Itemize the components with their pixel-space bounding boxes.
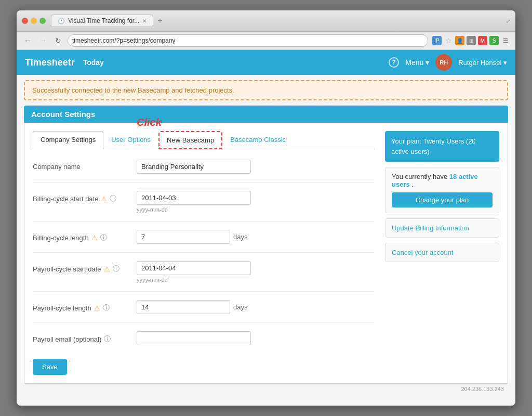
- settings-left: Click Company Settings User Options New …: [33, 131, 375, 375]
- tab-user-options[interactable]: User Options: [103, 131, 158, 149]
- notification-message: Successfully connected to the new Baseca…: [32, 86, 234, 94]
- payroll-start-input[interactable]: [137, 261, 251, 275]
- warning-icon-4: ⚠: [94, 304, 100, 312]
- company-name-label: Company name: [33, 160, 137, 171]
- app-content: Timesheetr Today ? Menu ▾ RH Rutger Hens…: [17, 50, 515, 406]
- info-icon-4: ⓘ: [103, 303, 110, 313]
- expand-icon: ⤢: [506, 18, 510, 24]
- window-controls: [22, 18, 46, 24]
- tab-title: Visual Time Tracking for...: [68, 17, 139, 24]
- star-icon[interactable]: ☆: [444, 36, 453, 45]
- change-plan-button[interactable]: Change your plan: [392, 192, 493, 207]
- back-button[interactable]: ←: [22, 35, 33, 46]
- click-annotation: Click: [137, 116, 162, 128]
- update-billing-link[interactable]: Update Billing Information: [392, 224, 469, 232]
- forward-button[interactable]: →: [37, 35, 49, 46]
- info-icon-2: ⓘ: [100, 233, 107, 242]
- minimize-button[interactable]: [31, 18, 37, 24]
- save-button[interactable]: Save: [33, 359, 67, 375]
- payroll-email-label: Payroll email (optional) ⓘ: [33, 331, 137, 344]
- payroll-start-group: Payroll-cycle start date ⚠ ⓘ yyyy-mm-dd: [33, 261, 375, 283]
- new-tab-button[interactable]: +: [155, 16, 164, 25]
- info-icon-3: ⓘ: [113, 264, 119, 274]
- browser-tab-active[interactable]: 🕐 Visual Time Tracking for... ✕: [51, 15, 153, 27]
- ip-address: 204.236.133.243: [24, 384, 508, 394]
- payroll-email-field: [137, 331, 375, 345]
- title-bar: 🕐 Visual Time Tracking for... ✕ + ⤢: [17, 10, 515, 32]
- nav-right: ? Menu ▾ RH Rutger Hensel ▾: [389, 54, 507, 71]
- account-settings-header: Account Settings: [24, 106, 508, 123]
- plan-text: Your plan: Twenty Users (20 active users…: [391, 137, 476, 155]
- billing-length-input-group: days: [137, 230, 375, 244]
- main-content: Account Settings Click Company Settings …: [17, 106, 515, 406]
- billing-length-group: Billing-cycle length ⚠ ⓘ days: [33, 230, 375, 244]
- payroll-start-label: Payroll-cycle start date ⚠ ⓘ: [33, 261, 137, 274]
- payroll-length-input[interactable]: [137, 300, 230, 314]
- payroll-length-input-group: days: [137, 300, 375, 314]
- active-users-card: You currently have 18 active users . Cha…: [385, 167, 499, 213]
- menu-button[interactable]: Menu ▾: [405, 58, 429, 67]
- browser-window: 🕐 Visual Time Tracking for... ✕ + ⤢ ← → …: [17, 10, 515, 406]
- chrome-menu-icon[interactable]: ≡: [501, 36, 510, 45]
- tabs: Click Company Settings User Options New …: [33, 131, 375, 149]
- top-nav: Timesheetr Today ? Menu ▾ RH Rutger Hens…: [17, 50, 515, 75]
- tab-favicon: 🕐: [58, 18, 65, 24]
- tab-new-basecamp[interactable]: New Basecamp: [158, 131, 222, 149]
- company-name-group: Company name: [33, 160, 375, 174]
- active-users-text: You currently have 18 active users .: [392, 173, 493, 188]
- maximize-button[interactable]: [39, 18, 46, 24]
- tab-bar: 🕐 Visual Time Tracking for... ✕ +: [51, 15, 501, 27]
- warning-icon-2: ⚠: [91, 234, 98, 242]
- settings-right: Your plan: Twenty Users (20 active users…: [385, 131, 499, 375]
- billing-start-input[interactable]: [137, 191, 251, 205]
- ext-icon-4[interactable]: S: [489, 36, 499, 45]
- user-name[interactable]: Rutger Hensel ▾: [458, 59, 507, 67]
- billing-start-field: yyyy-mm-dd: [137, 191, 375, 213]
- cancel-card: Cancel your account: [385, 243, 499, 262]
- billing-length-label: Billing-cycle length ⚠ ⓘ: [33, 230, 137, 242]
- info-icon: ⓘ: [110, 194, 116, 203]
- billing-length-suffix: days: [233, 233, 247, 241]
- payroll-length-label: Payroll-cycle length ⚠ ⓘ: [33, 300, 137, 313]
- warning-icon-3: ⚠: [104, 265, 110, 273]
- payroll-length-field: days: [137, 300, 375, 314]
- ext-icon-3[interactable]: M: [478, 36, 487, 45]
- url-input[interactable]: [68, 34, 428, 47]
- tab-close-icon[interactable]: ✕: [142, 18, 147, 24]
- warning-icon: ⚠: [101, 195, 107, 203]
- ipvfoo-icon: IP: [432, 36, 442, 45]
- ext-icon-1[interactable]: 👤: [455, 36, 464, 45]
- ext-icon-2[interactable]: ⊞: [467, 36, 476, 45]
- address-bar: ← → ↻ IP ☆ 👤 ⊞ M S ≡: [17, 32, 515, 50]
- payroll-length-suffix: days: [233, 303, 247, 311]
- plan-card: Your plan: Twenty Users (20 active users…: [385, 131, 499, 162]
- browser-icons: IP ☆ 👤 ⊞ M S ≡: [432, 36, 510, 45]
- billing-start-label: Billing-cycle start date ⚠ ⓘ: [33, 191, 137, 203]
- reload-button[interactable]: ↻: [53, 35, 63, 46]
- payroll-start-field: yyyy-mm-dd: [137, 261, 375, 283]
- cancel-account-link[interactable]: Cancel your account: [392, 249, 454, 256]
- info-icon-5: ⓘ: [104, 334, 111, 344]
- billing-start-hint: yyyy-mm-dd: [137, 206, 375, 213]
- company-name-field: [137, 160, 375, 174]
- brand-name: Timesheetr: [25, 57, 75, 68]
- payroll-start-hint: yyyy-mm-dd: [137, 277, 375, 283]
- tab-basecamp-classic[interactable]: Basecamp Classic: [222, 131, 294, 149]
- billing-length-input[interactable]: [137, 230, 230, 244]
- payroll-email-group: Payroll email (optional) ⓘ: [33, 331, 375, 345]
- billing-start-group: Billing-cycle start date ⚠ ⓘ yyyy-mm-dd: [33, 191, 375, 213]
- help-icon[interactable]: ?: [389, 57, 399, 68]
- close-button[interactable]: [22, 18, 28, 24]
- billing-card: Update Billing Information: [385, 218, 499, 238]
- company-name-input[interactable]: [137, 160, 251, 174]
- settings-container: Click Company Settings User Options New …: [24, 123, 508, 384]
- billing-length-field: days: [137, 230, 375, 244]
- avatar: RH: [435, 54, 452, 71]
- today-button[interactable]: Today: [83, 58, 104, 67]
- payroll-length-group: Payroll-cycle length ⚠ ⓘ days: [33, 300, 375, 314]
- payroll-email-input[interactable]: [137, 331, 251, 345]
- tab-company-settings[interactable]: Company Settings: [33, 131, 103, 149]
- notification-banner: Successfully connected to the new Baseca…: [24, 80, 508, 100]
